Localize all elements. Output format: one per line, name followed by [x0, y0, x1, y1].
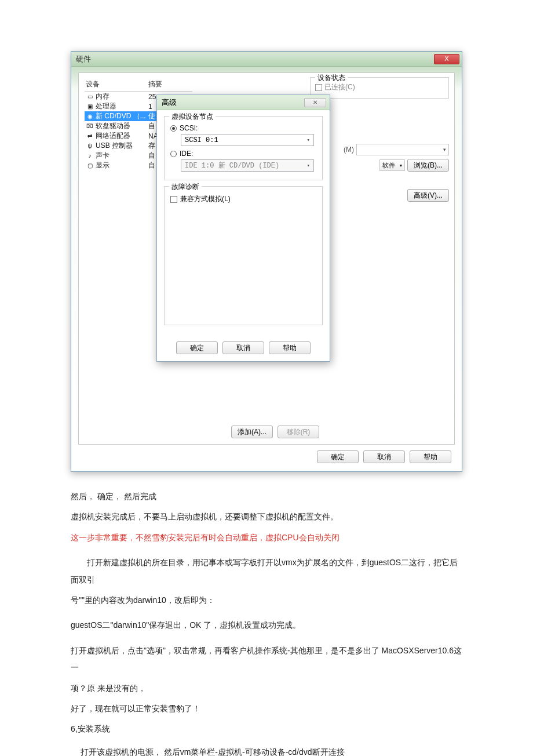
floppy-icon: ⌧ — [86, 122, 94, 130]
sound-icon: ♪ — [86, 152, 94, 160]
scsi-radio[interactable]: SCSI: — [170, 124, 316, 132]
memory-icon: ▭ — [86, 93, 94, 101]
para: 打开虚拟机后，点击"选项"，双击常规，再看客户机操作系统-其他那里，是不是多出了… — [71, 642, 462, 677]
dev-row-sound[interactable]: ♪声卡 — [85, 151, 147, 161]
adv-help-button[interactable]: 帮助 — [269, 341, 311, 354]
ide-radio[interactable]: IDE: — [170, 150, 316, 158]
device-status-group: 设备状态 已连接(C) (M) ▾ 软件▾ 浏览(B)... — [310, 77, 449, 202]
browse-type-dropdown[interactable]: 软件▾ — [379, 159, 405, 171]
remove-button[interactable]: 移除(R) — [278, 426, 319, 438]
device-col-header: 设备 — [85, 78, 147, 92]
status-group-label: 设备状态 — [315, 73, 348, 83]
cd-icon: ◉ — [86, 112, 94, 121]
adv-title-bar: 高级 ✕ — [157, 95, 330, 110]
para: 打开该虚拟机的电源， 然后vm菜单栏-虚拟机-可移动设备-cd/dvd断开连接 — [71, 744, 462, 756]
article-text: 然后， 确定， 然后完成 虚拟机安装完成后，不要马上启动虚拟机，还要调整下虚拟机… — [0, 472, 533, 756]
adv-close-button[interactable]: ✕ — [304, 98, 326, 107]
ok-button[interactable]: 确定 — [317, 450, 359, 463]
m-label: (M) — [344, 146, 354, 154]
dev-row-usb[interactable]: ψUSB 控制器 — [85, 141, 147, 151]
dev-row-cpu[interactable]: ▣处理器 — [85, 101, 147, 111]
para: guestOS二"darwin10"保存退出，OK 了，虚拟机设置成功完成。 — [71, 617, 462, 634]
scsi-select[interactable]: SCSI 0:1▾ — [181, 134, 314, 146]
add-button[interactable]: 添加(A)... — [231, 426, 273, 438]
para: 6,安装系统 — [71, 721, 462, 737]
dev-row-memory[interactable]: ▭内存 — [85, 92, 147, 101]
node-group-label: 虚拟设备节点 — [169, 112, 216, 122]
advanced-dialog: 高级 ✕ 虚拟设备节点 SCSI: SCSI 0:1▾ IDE: IDE 1:0… — [156, 94, 330, 362]
connected-checkbox[interactable]: 已连接(C) — [315, 82, 444, 92]
para-warning: 这一步非常重要，不然雪豹安装完后有时会自动重启，虚拟CPU会自动关闭 — [71, 529, 462, 546]
adv-title-text: 高级 — [162, 97, 177, 108]
virtual-node-group: 虚拟设备节点 SCSI: SCSI 0:1▾ IDE: IDE 1:0 新 CD… — [164, 116, 323, 180]
path-dropdown[interactable]: ▾ — [356, 144, 449, 155]
usb-icon: ψ — [86, 142, 94, 150]
nic-icon: ⇄ — [86, 132, 94, 140]
dev-row-nic[interactable]: ⇄网络适配器 — [85, 131, 147, 141]
dev-row-floppy[interactable]: ⌧软盘驱动器 — [85, 121, 147, 131]
advanced-button[interactable]: 高级(V)... — [407, 189, 449, 202]
display-icon: ▢ — [86, 162, 94, 170]
para: 虚拟机安装完成后，不要马上启动虚拟机，还要调整下虚拟机的配置文件。 — [71, 508, 462, 525]
para: 项？原 来是没有的， — [71, 680, 462, 697]
ide-select[interactable]: IDE 1:0 新 CD/DVD (IDE)▾ — [181, 159, 314, 172]
browse-button[interactable]: 浏览(B)... — [407, 159, 449, 172]
close-button[interactable]: X — [434, 54, 459, 64]
title-bar: 硬件 X — [71, 52, 462, 67]
adv-ok-button[interactable]: 确定 — [176, 341, 218, 354]
troubleshoot-group: 故障诊断 兼容方式模拟(L) — [164, 186, 323, 325]
dev-row-cdrom[interactable]: ◉新 CD/DVD （... — [85, 111, 147, 121]
dev-row-display[interactable]: ▢显示 — [85, 161, 147, 170]
para: 号""里的内容改为darwin10，改后即为： — [71, 592, 462, 609]
dialog-title: 硬件 — [76, 54, 91, 64]
cancel-button[interactable]: 取消 — [363, 450, 405, 463]
legacy-checkbox[interactable]: 兼容方式模拟(L) — [170, 194, 316, 204]
para: 然后， 确定， 然后完成 — [71, 488, 462, 505]
help-button[interactable]: 帮助 — [410, 450, 451, 463]
para: 打开新建虚拟机的所在目录，用记事本或写字板打开以vmx为扩展名的文件，到gues… — [71, 554, 462, 588]
para: 好了，现在就可以正常安装雪豹了！ — [71, 700, 462, 717]
summary-col-header: 摘要 — [147, 78, 192, 92]
troubleshoot-label: 故障诊断 — [169, 182, 202, 192]
adv-cancel-button[interactable]: 取消 — [222, 341, 264, 354]
cpu-icon: ▣ — [86, 103, 94, 111]
